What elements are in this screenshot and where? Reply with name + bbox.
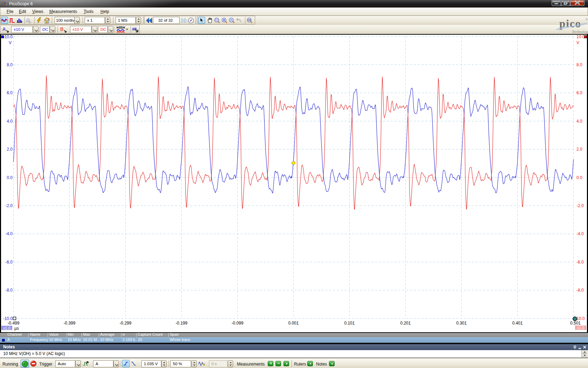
svg-text:-10.0: -10.0 bbox=[3, 316, 13, 321]
svg-text:-8.0: -8.0 bbox=[576, 288, 584, 293]
svg-text:2.0: 2.0 bbox=[576, 147, 582, 152]
svg-text:x1.0: x1.0 bbox=[3, 326, 10, 330]
svg-text:4.0: 4.0 bbox=[576, 119, 582, 124]
svg-text:V: V bbox=[576, 40, 579, 45]
svg-text:0.501: 0.501 bbox=[570, 321, 581, 326]
svg-text:-0.399: -0.399 bbox=[63, 321, 75, 326]
svg-text:®: ® bbox=[586, 18, 588, 21]
svg-text:10.0: 10.0 bbox=[576, 316, 585, 321]
svg-text:-2.0: -2.0 bbox=[576, 203, 584, 208]
svg-text:FF: FF bbox=[119, 26, 122, 29]
svg-text:0.101: 0.101 bbox=[344, 321, 355, 326]
svg-text:-0.199: -0.199 bbox=[175, 321, 187, 326]
svg-text:Technology: Technology bbox=[572, 29, 588, 34]
svg-text:-8.0: -8.0 bbox=[5, 288, 13, 293]
svg-text:-0.099: -0.099 bbox=[231, 321, 243, 326]
svg-text:10.0: 10.0 bbox=[5, 35, 13, 39]
svg-text:µs: µs bbox=[14, 326, 19, 331]
svg-text:0.0: 0.0 bbox=[576, 175, 582, 180]
svg-text:x1.0: x1.0 bbox=[577, 326, 584, 330]
svg-text:8.0: 8.0 bbox=[576, 62, 582, 67]
svg-text:8.0: 8.0 bbox=[7, 62, 13, 67]
svg-text:V: V bbox=[9, 40, 12, 45]
svg-text:4.0: 4.0 bbox=[7, 119, 13, 124]
svg-text:-6.0: -6.0 bbox=[5, 260, 13, 265]
svg-text:0.0: 0.0 bbox=[7, 175, 13, 180]
svg-text:-0.499: -0.499 bbox=[7, 321, 19, 326]
svg-text:6.0: 6.0 bbox=[7, 90, 13, 95]
svg-text:0.001: 0.001 bbox=[288, 321, 299, 326]
svg-text:2.0: 2.0 bbox=[7, 147, 13, 152]
svg-text:0.201: 0.201 bbox=[400, 321, 411, 326]
svg-text:10.0: 10.0 bbox=[576, 35, 585, 39]
svg-text:0.401: 0.401 bbox=[512, 321, 523, 326]
svg-text:-4.0: -4.0 bbox=[5, 231, 13, 236]
svg-text:100: 100 bbox=[247, 19, 251, 21]
svg-text:-2.0: -2.0 bbox=[5, 203, 13, 208]
svg-text:-6.0: -6.0 bbox=[576, 260, 584, 265]
svg-text:0.301: 0.301 bbox=[456, 321, 467, 326]
svg-text:6.0: 6.0 bbox=[576, 90, 582, 95]
svg-text:-4.0: -4.0 bbox=[576, 231, 584, 236]
svg-text:-0.299: -0.299 bbox=[119, 321, 131, 326]
